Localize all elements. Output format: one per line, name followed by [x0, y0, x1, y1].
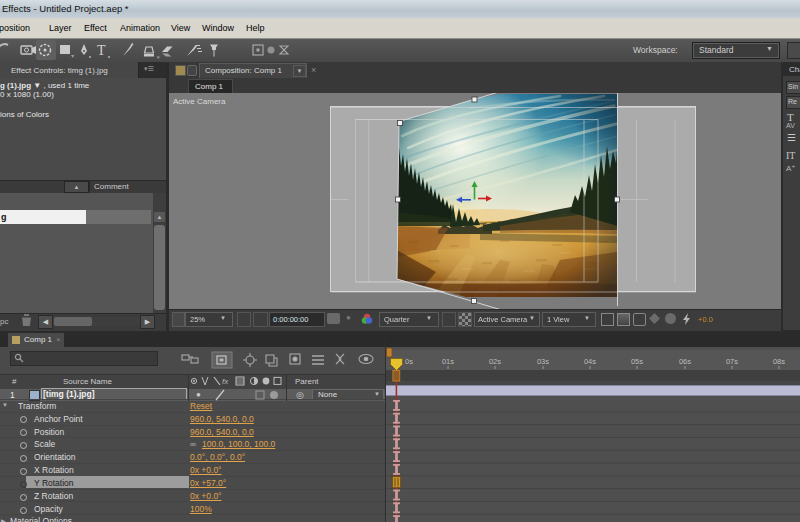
svg-text:07s: 07s: [726, 357, 738, 366]
svg-text:fx: fx: [222, 377, 229, 386]
svg-text:03s: 03s: [537, 357, 549, 366]
svg-text:02s: 02s: [489, 357, 501, 366]
svg-text:0s: 0s: [405, 357, 413, 366]
svg-text:04s: 04s: [584, 357, 596, 366]
svg-text:06s: 06s: [679, 357, 691, 366]
svg-text:05s: 05s: [631, 357, 643, 366]
svg-text:T: T: [97, 43, 106, 58]
svg-text:08s: 08s: [773, 357, 785, 366]
svg-text:01s: 01s: [442, 357, 454, 366]
